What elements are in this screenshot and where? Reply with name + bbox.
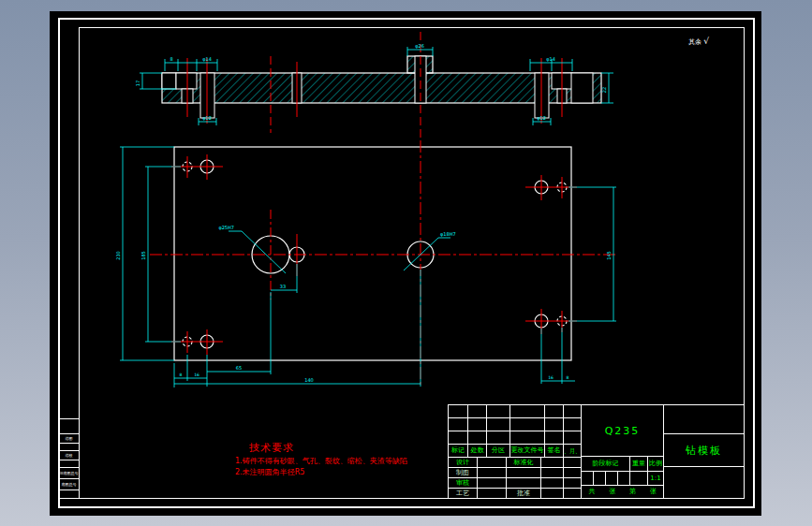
tb-blank: [448, 417, 468, 431]
tb-sheets-total: 共: [588, 489, 595, 495]
strip-cell: 旧底图总号: [58, 467, 80, 478]
tb-blank: [486, 431, 510, 445]
tb-blank: [617, 471, 630, 486]
cad-viewer-window: { "corner_note": { "text": "其余", "symbol…: [0, 0, 812, 526]
tb-blank: [509, 431, 545, 445]
technical-notes: 技术要求 1.铸件不得有砂眼、气孔、裂纹、缩松、夹渣等缺陷 2.未注明圆角半径R…: [235, 441, 407, 477]
tb-blank: [563, 488, 582, 499]
tb-sheets: 共 张 第 张: [581, 485, 664, 499]
binding-side-strip: 描图 描校 旧底图总号 底图总号: [58, 418, 80, 499]
tb-rev-zone: 分区: [486, 444, 510, 458]
tb-blank: [540, 488, 564, 499]
tb-rev-sign: 签名: [544, 444, 564, 458]
strip-cell: 描图: [58, 433, 80, 443]
tb-blank: [467, 417, 487, 431]
tb-blank: [544, 404, 564, 418]
tb-blank: [563, 404, 582, 418]
tb-role-approve: 批准: [506, 488, 541, 499]
tb-blank: [448, 404, 468, 418]
strip-cell: [58, 418, 80, 433]
strip-cell: 描校: [58, 450, 80, 460]
roughness-label: 其余: [688, 38, 701, 46]
tb-blank: [509, 404, 545, 418]
tb-rev-date: 年、月、日: [563, 444, 582, 458]
tb-drawing-no: [663, 466, 745, 499]
tb-blank: [593, 471, 606, 486]
roughness-check-icon: √: [703, 37, 709, 46]
tb-blank: [448, 431, 468, 445]
tb-blank: [467, 431, 487, 445]
tb-scale-value: 1:1: [647, 471, 664, 486]
tb-stage-label: 阶段标记: [581, 456, 630, 472]
tb-blank: [563, 417, 582, 431]
tb-rev-count: 处数: [467, 444, 487, 458]
tb-blank: [486, 404, 510, 418]
tech-note-line: 1.铸件不得有砂眼、气孔、裂纹、缩松、夹渣等缺陷: [235, 456, 407, 467]
tb-rev-doc: 更改文件号: [509, 444, 545, 458]
tb-blank: [509, 417, 545, 431]
title-block: 标记 处数 分区 更改文件号 签名 年、月、日 设计 标准化 制图 审核 工艺 …: [448, 404, 745, 499]
tb-company: [663, 404, 745, 434]
tb-blank: [581, 471, 594, 486]
tb-blank: [467, 404, 487, 418]
tb-role-process: 工艺: [448, 488, 478, 499]
strip-cell: 底图总号: [58, 478, 80, 489]
tb-blank: [477, 488, 507, 499]
tb-material: Q235: [581, 404, 664, 457]
strip-cell: [58, 443, 80, 450]
tb-blank: [486, 417, 510, 431]
tb-sheets-no: 第: [629, 489, 636, 495]
tb-rev-mark: 标记: [448, 444, 468, 458]
tb-blank: [629, 471, 648, 486]
tb-sheets-zhang2: 张: [650, 489, 657, 495]
tech-note-line: 2.未注明圆角半径R5: [235, 467, 407, 478]
tb-blank: [563, 431, 582, 445]
tech-notes-heading: 技术要求: [249, 441, 407, 455]
tb-scale-label: 比例: [647, 456, 664, 472]
surface-roughness-note: 其余 √: [688, 37, 709, 47]
tb-sheets-zhang1: 张: [609, 489, 615, 495]
strip-cell: [58, 489, 80, 499]
strip-cell: [58, 460, 80, 467]
tb-blank: [544, 417, 564, 431]
tb-blank: [544, 431, 564, 445]
tb-part-name: 钻模板: [663, 433, 745, 467]
tb-weight-label: 重量: [629, 456, 648, 472]
tb-blank: [605, 471, 618, 486]
